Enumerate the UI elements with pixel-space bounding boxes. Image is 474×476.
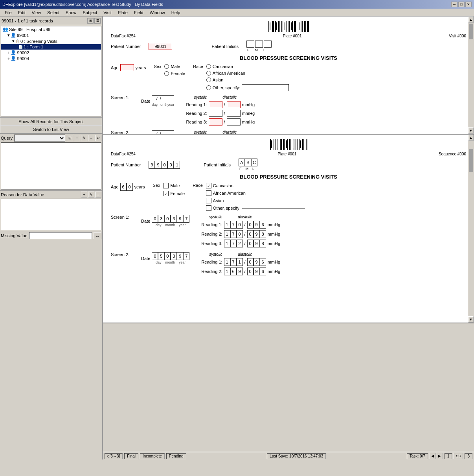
num3-status: 3 bbox=[465, 453, 472, 459]
query-delete-button[interactable]: – bbox=[88, 135, 94, 141]
initials-chars-lower: A B C bbox=[239, 159, 257, 166]
race-other-upper: Other, specify: bbox=[206, 84, 289, 91]
barcode-image-upper bbox=[268, 20, 309, 32]
menu-visit[interactable]: Visit bbox=[100, 9, 115, 16]
scroll-up-btn[interactable]: ▲ bbox=[468, 17, 474, 23]
tree-node-visit0[interactable]: ▾ 📋 0 : Screening Visits bbox=[1, 38, 101, 44]
patient-number-box-upper: 99001 bbox=[149, 43, 172, 50]
task-label: 99001 - 1 of 1 task records bbox=[2, 18, 53, 23]
reading3-row-upper: Reading 3: / mmHg bbox=[186, 118, 255, 125]
lower-form-view[interactable]: DataFax #254 Plate #001 Sequence #000 Pa… bbox=[103, 135, 474, 323]
expand-icon-2: ▾ bbox=[12, 39, 15, 44]
sc-button[interactable]: SC bbox=[454, 453, 463, 459]
menu-file[interactable]: File bbox=[2, 9, 15, 16]
tree-node-99004-label: 99004 bbox=[17, 56, 29, 61]
tree-area[interactable]: 👥 Site 99 - Hospital #99 ▾ 👤 99001 ▾ 📋 0… bbox=[1, 26, 101, 116]
task-nav: ◀ ▶ bbox=[430, 453, 443, 459]
lower-scroll-down-btn[interactable]: ▼ bbox=[468, 316, 474, 323]
tree-node-site99[interactable]: 👥 Site 99 - Hospital #99 bbox=[1, 26, 101, 32]
menu-show[interactable]: Show bbox=[62, 9, 80, 16]
lower-scrollbar[interactable]: ▲ ▼ bbox=[468, 135, 474, 323]
action-buttons: Show All Records for This Subject Switch… bbox=[0, 117, 102, 133]
menu-edit[interactable]: Edit bbox=[15, 9, 29, 16]
race-other-line bbox=[242, 208, 305, 208]
maximize-button[interactable]: □ bbox=[458, 2, 465, 7]
menu-help[interactable]: Help bbox=[168, 9, 184, 16]
tree-node-99002[interactable]: + 👤 99002 bbox=[1, 50, 101, 55]
tree-node-site99-label: Site 99 - Hospital #99 bbox=[9, 27, 50, 32]
menu-subject[interactable]: Subject bbox=[79, 9, 100, 16]
initial-l-label-upper: L bbox=[263, 48, 265, 52]
r3-sys-upper bbox=[209, 118, 222, 125]
task-prev-button[interactable]: ◀ bbox=[430, 453, 436, 459]
sex-male-option-upper: Male bbox=[164, 64, 185, 69]
upper-form-view[interactable]: DataFax #254 Plate #001 Visit #000 Patie… bbox=[103, 17, 474, 135]
save-status: Last Save: 10/7/2016 13:47:03 bbox=[267, 453, 326, 459]
s1-reading1-lower: Reading 1: 1 7 0 / 0 9 6 bbox=[201, 221, 280, 229]
upper-patient-row: Patient Number 99001 Patient Initials bbox=[111, 41, 466, 52]
reason-delete-button[interactable]: – bbox=[95, 192, 101, 198]
menu-select[interactable]: Select bbox=[44, 9, 62, 16]
screen2-label-lower: Screen 2: bbox=[111, 252, 129, 257]
tree-node-99004[interactable]: + 👤 99004 bbox=[1, 55, 101, 61]
s2-reading1-lower: Reading 1: 1 7 1 / 0 9 6 bbox=[201, 258, 280, 266]
mmhg-r3-upper: mmHg bbox=[242, 120, 255, 124]
patient-initials-label-upper: Patient Initials bbox=[211, 44, 238, 49]
query-select[interactable] bbox=[14, 135, 65, 142]
sex-male-checkbox-lower bbox=[163, 183, 169, 188]
final-status: Final bbox=[124, 453, 138, 459]
race-african-upper: African American bbox=[206, 71, 289, 76]
grid-view-button[interactable]: ⊞ bbox=[87, 18, 94, 24]
task-next-button[interactable]: ▶ bbox=[437, 453, 443, 459]
tree-node-form1[interactable]: 📄 1 : Form 1 bbox=[1, 44, 101, 50]
date-field-screen2-upper: / / bbox=[152, 130, 174, 135]
add-icon-2: + bbox=[7, 56, 10, 61]
upper-datafax: DataFax #254 bbox=[111, 34, 136, 38]
menu-view[interactable]: View bbox=[29, 9, 44, 16]
r1-sys-upper bbox=[209, 101, 222, 108]
query-undo-button[interactable]: ↩ bbox=[95, 135, 101, 141]
patient-icon-2: 👤 bbox=[11, 50, 16, 55]
reason-add-button[interactable]: + bbox=[81, 192, 87, 198]
menu-window[interactable]: Window bbox=[147, 9, 168, 16]
init-m-label: M bbox=[245, 167, 248, 171]
menu-field[interactable]: Field bbox=[131, 9, 147, 16]
close-button[interactable]: ✕ bbox=[465, 2, 472, 7]
reading1-row-upper: Reading 1: / mmHg bbox=[186, 101, 255, 108]
pending-status: Pending bbox=[166, 453, 186, 459]
window-controls: ─ □ ✕ bbox=[451, 2, 472, 7]
query-grid-button[interactable]: ⊞ bbox=[67, 135, 73, 141]
scroll-down-btn[interactable]: ▼ bbox=[468, 127, 474, 134]
upper-scrollbar[interactable]: ▲ ▼ bbox=[468, 17, 474, 134]
tree-node-99001[interactable]: ▾ 👤 99001 bbox=[1, 32, 101, 38]
reason-edit-button[interactable]: ✎ bbox=[88, 192, 94, 198]
form-icon: 📄 bbox=[18, 45, 23, 49]
screen1-row-lower: Screen 1: Date 0 3 0 3 bbox=[111, 215, 466, 249]
missing-value-browse-button[interactable]: ... bbox=[94, 232, 101, 239]
site-icon: 👥 bbox=[3, 27, 8, 32]
lower-scroll-up-btn[interactable]: ▲ bbox=[468, 135, 474, 141]
patient-icon-3: 👤 bbox=[11, 56, 16, 61]
reason-text-area[interactable] bbox=[1, 199, 101, 230]
switch-list-view-button[interactable]: Switch to List View bbox=[0, 125, 102, 133]
list-view-button[interactable]: ☰ bbox=[94, 18, 101, 24]
upper-form-title: BLOOD PRESSURE SCREENING VISITS bbox=[111, 55, 466, 61]
date-label-s2-lower: Date bbox=[141, 256, 150, 261]
query-edit-button[interactable]: ✎ bbox=[81, 135, 87, 141]
minimize-button[interactable]: ─ bbox=[451, 2, 457, 7]
diastolic-label-lower-s1: diastolic bbox=[238, 215, 252, 219]
patient-initials-label-lower: Patient Initials bbox=[204, 162, 230, 167]
query-buttons: ⊞ + ✎ – ↩ bbox=[67, 135, 101, 141]
transition-status: d[3→3] bbox=[105, 453, 123, 459]
s1-r1-dia: 0 9 6 bbox=[247, 221, 266, 229]
query-text-area[interactable] bbox=[1, 142, 101, 190]
left-panel: 99001 - 1 of 1 task records ⊞ ☰ 👥 Site 9… bbox=[0, 17, 103, 459]
query-add-button[interactable]: + bbox=[74, 135, 80, 141]
mmhg-r2-upper: mmHg bbox=[242, 111, 255, 116]
menu-plate[interactable]: Plate bbox=[115, 9, 131, 16]
s2-reading2-lower: Reading 2: 1 6 9 / 0 9 6 bbox=[201, 268, 280, 275]
task-bar: 99001 - 1 of 1 task records ⊞ ☰ bbox=[0, 17, 102, 25]
upper-plate: Plate #001 bbox=[283, 34, 302, 38]
show-all-records-button[interactable]: Show All Records for This Subject bbox=[0, 118, 102, 125]
missing-value-input[interactable] bbox=[29, 232, 92, 239]
